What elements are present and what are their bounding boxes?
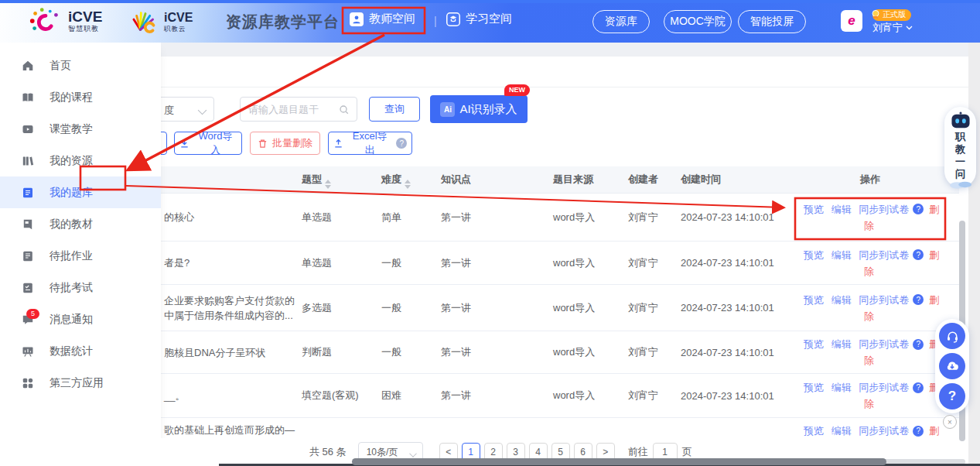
knowledge-point: 第一讲 bbox=[439, 345, 541, 359]
edit-link[interactable]: 编辑 bbox=[831, 294, 852, 306]
smart-casting-button[interactable]: 智能投屏 bbox=[738, 10, 806, 33]
content-divider bbox=[151, 87, 968, 87]
help-icon[interactable] bbox=[939, 383, 965, 409]
avatar[interactable]: e bbox=[841, 10, 862, 32]
home-icon bbox=[22, 60, 34, 72]
customer-service-icon[interactable] bbox=[939, 323, 965, 349]
sync-to-paper-link[interactable]: 同步到试卷 bbox=[859, 338, 909, 350]
edit-link[interactable]: 编辑 bbox=[831, 425, 852, 437]
sidebar-item-exams[interactable]: 待批考试 bbox=[0, 272, 161, 303]
icve-zhihuizhijiao-logo bbox=[28, 5, 63, 36]
message-icon: 5 bbox=[22, 314, 34, 326]
sync-help-icon[interactable] bbox=[913, 339, 924, 350]
question-type: 单选题 bbox=[300, 256, 379, 270]
preview-link[interactable]: 预览 bbox=[804, 382, 824, 393]
sync-to-paper-link[interactable]: 同步到试卷 bbox=[859, 249, 909, 261]
row-operations: 预览 编辑 同步到试卷 删除 bbox=[801, 292, 940, 324]
teacher-space-icon bbox=[350, 12, 364, 26]
creator: 刘宵宁 bbox=[625, 345, 679, 359]
preview-link[interactable]: 预览 bbox=[804, 338, 824, 350]
app-window: 度 查询 Ai AI识别录入 NEW Word导入 批量删除 Excel导出 bbox=[0, 0, 980, 466]
row-operations: 预览 编辑 同步到试卷 删除 bbox=[801, 336, 940, 368]
preview-link[interactable]: 预览 bbox=[804, 425, 824, 437]
ai-import-button[interactable]: Ai AI识别录入 bbox=[430, 95, 528, 123]
sidebar-item-home[interactable]: 首页 bbox=[0, 50, 161, 81]
row-operations: 预览 编辑 同步到试卷 删除 bbox=[801, 379, 940, 412]
download-icon bbox=[179, 139, 190, 149]
sidebar-item-resources[interactable]: 我的资源 bbox=[0, 145, 161, 176]
chevron-down-icon bbox=[906, 26, 913, 30]
sidebar-item-statistics[interactable]: 数据统计 bbox=[0, 335, 161, 367]
sync-to-paper-link[interactable]: 同步到试卷 bbox=[859, 425, 909, 437]
tab-teacher-space[interactable]: 教师空间 bbox=[350, 12, 415, 26]
tab-study-space[interactable]: 学习空间 bbox=[446, 12, 512, 26]
sidebar-item-third-party-apps[interactable]: 第三方应用 bbox=[0, 367, 161, 399]
keyword-search-field[interactable] bbox=[240, 97, 357, 122]
resource-library-button[interactable]: 资源库 bbox=[592, 10, 650, 33]
sync-help-icon[interactable] bbox=[913, 426, 924, 437]
type-column-header[interactable]: 题型 bbox=[300, 173, 379, 187]
row-operations: 预览 编辑 同步到试卷 删除 bbox=[801, 247, 940, 279]
edit-link[interactable]: 编辑 bbox=[831, 204, 852, 215]
created-column-header: 创建时间 bbox=[679, 173, 785, 187]
creator: 刘宵宁 bbox=[625, 389, 679, 403]
sidebar-item-textbook[interactable]: 我的教材 bbox=[0, 208, 161, 240]
word-import-button[interactable]: Word导入 bbox=[174, 132, 242, 155]
difficulty-column-header[interactable]: 难度 bbox=[379, 173, 439, 187]
created-time: 2024-07-23 14:10:01 bbox=[679, 257, 785, 269]
excel-help-icon[interactable] bbox=[396, 138, 407, 149]
sync-to-paper-link[interactable]: 同步到试卷 bbox=[859, 294, 909, 306]
preview-link[interactable]: 预览 bbox=[804, 249, 824, 261]
sidebar-item-classroom[interactable]: 课堂教学 bbox=[0, 113, 161, 145]
question-bank-icon bbox=[22, 187, 34, 199]
close-icon[interactable] bbox=[943, 415, 957, 429]
sync-help-icon[interactable] bbox=[913, 382, 924, 393]
sync-help-icon[interactable] bbox=[913, 249, 924, 260]
textbook-icon bbox=[22, 218, 34, 231]
study-space-icon bbox=[446, 12, 460, 26]
preview-link[interactable]: 预览 bbox=[804, 204, 824, 215]
assistant-widget[interactable]: 职 教 一 问 bbox=[944, 107, 976, 187]
operation-column-header: 操作 bbox=[785, 173, 955, 187]
edit-link[interactable]: 编辑 bbox=[831, 338, 852, 350]
logo2-text: iCVE 职教云 bbox=[164, 12, 193, 33]
edit-link[interactable]: 编辑 bbox=[831, 382, 852, 393]
sidebar-item-messages[interactable]: 5 消息通知 bbox=[0, 303, 161, 335]
sidebar-item-homework[interactable]: 待批作业 bbox=[0, 240, 161, 272]
sidebar-item-courses[interactable]: 我的课程 bbox=[0, 81, 161, 113]
creator: 刘宵宁 bbox=[625, 256, 679, 270]
preview-link[interactable]: 预览 bbox=[804, 294, 824, 306]
question-difficulty: 简单 bbox=[379, 211, 439, 224]
question-source: word导入 bbox=[541, 389, 625, 403]
message-count-badge: 5 bbox=[26, 309, 39, 319]
page-title: 资源库教学平台 bbox=[226, 12, 340, 33]
sync-help-icon[interactable] bbox=[913, 204, 924, 214]
sidebar-item-question-bank[interactable]: 我的题库 bbox=[0, 176, 161, 208]
page-edge bbox=[968, 43, 980, 466]
creator: 刘宵宁 bbox=[625, 301, 679, 315]
knowledge-point: 第一讲 bbox=[439, 389, 541, 403]
horizontal-scrollbar[interactable] bbox=[352, 458, 886, 465]
search-button[interactable]: 查询 bbox=[369, 97, 420, 122]
logo1-text: iCVE 智慧职教 bbox=[68, 9, 102, 33]
exam-icon bbox=[22, 282, 34, 294]
batch-delete-button[interactable]: 批量删除 bbox=[250, 132, 320, 155]
sync-to-paper-link[interactable]: 同步到试卷 bbox=[859, 204, 909, 215]
question-source: word导入 bbox=[541, 211, 625, 224]
created-time: 2024-07-23 14:10:01 bbox=[679, 211, 785, 223]
trash-icon bbox=[258, 139, 268, 149]
sync-help-icon[interactable] bbox=[913, 294, 924, 305]
knowledge-point: 第一讲 bbox=[439, 211, 541, 224]
sync-to-paper-link[interactable]: 同步到试卷 bbox=[859, 382, 909, 393]
edit-link[interactable]: 编辑 bbox=[831, 249, 852, 261]
tab-separator: | bbox=[434, 15, 437, 27]
download-center-icon[interactable] bbox=[939, 353, 965, 379]
excel-export-button[interactable]: Excel导出 bbox=[328, 132, 412, 155]
mooc-academy-button[interactable]: MOOC学院 bbox=[664, 10, 732, 33]
new-badge: NEW bbox=[504, 84, 530, 96]
stats-icon bbox=[22, 345, 34, 358]
apps-icon bbox=[22, 377, 34, 389]
user-menu[interactable]: 刘宵宁 bbox=[872, 21, 913, 35]
search-icon bbox=[339, 105, 350, 115]
knowledge-point: 第一讲 bbox=[439, 256, 541, 270]
